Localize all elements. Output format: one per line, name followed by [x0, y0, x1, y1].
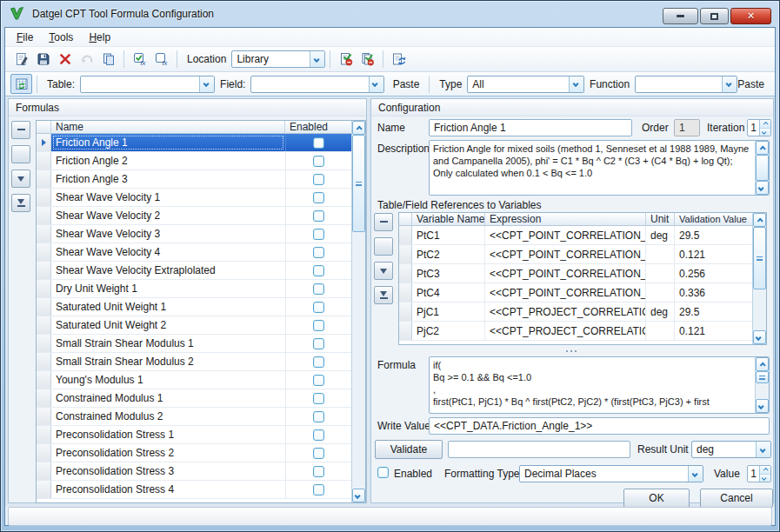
menu-help[interactable]: Help	[81, 29, 118, 46]
table-row[interactable]: Constrained Modulus 2	[37, 408, 351, 426]
formula-name[interactable]: Friction Angle 2	[51, 152, 285, 170]
close-button[interactable]: ✕	[730, 8, 771, 24]
formulas-scrollbar[interactable]	[351, 121, 365, 502]
ok-button[interactable]: OK	[623, 489, 690, 508]
table-row[interactable]: Shear Wave Velocity 1	[37, 189, 351, 207]
scroll-up-button[interactable]	[352, 121, 365, 135]
table-row[interactable]: PjC2<<CPT_PROJECT_CORRELATION_P...0.121	[399, 322, 752, 341]
table-row[interactable]: Shear Wave Velocity 2	[37, 207, 351, 225]
enabled-checkbox[interactable]	[285, 280, 351, 297]
delete-button[interactable]	[54, 50, 76, 70]
scroll-track[interactable]	[756, 371, 769, 399]
chevron-down-icon[interactable]	[756, 442, 770, 457]
table-row[interactable]: PtC2<<CPT_POINT_CORRELATION_PAR...0.121	[399, 245, 752, 264]
enabled-checkbox[interactable]	[285, 389, 351, 407]
variable-move-down-button[interactable]	[374, 262, 393, 280]
formula-name[interactable]: Young's Modulus 1	[51, 371, 285, 389]
menu-tools[interactable]: Tools	[41, 29, 81, 46]
maximize-button[interactable]	[700, 8, 729, 24]
value-spinner[interactable]: 1	[747, 465, 771, 482]
table-row[interactable]: Dry Unit Weight 1	[37, 280, 351, 298]
table-row[interactable]: Small Strain Shear Modulus 2	[37, 353, 351, 371]
table-row[interactable]: Preconsolidation Stress 2	[37, 444, 351, 462]
scroll-up-button[interactable]	[753, 213, 766, 227]
field-combo[interactable]	[250, 76, 383, 93]
enabled-checkbox[interactable]	[285, 408, 351, 425]
table-row[interactable]: Shear Wave Velocity Extraplolated	[37, 262, 351, 280]
table-row[interactable]: PjC1<<CPT_PROJECT_CORRELATION_P...deg29.…	[399, 303, 752, 322]
disable-formula-button[interactable]: fx	[150, 50, 172, 70]
formula-name[interactable]: Small Strain Shear Modulus 2	[51, 353, 285, 370]
spin-up-button[interactable]	[760, 466, 770, 474]
formula-name[interactable]: Small Strain Shear Modulus 1	[51, 335, 285, 352]
formula-name[interactable]: Preconsolidation Stress 1	[51, 426, 285, 443]
enabled-checkbox[interactable]	[377, 467, 389, 478]
variable-name-cell[interactable]: PjC2	[412, 322, 485, 340]
refresh-references-button[interactable]	[388, 50, 410, 70]
scroll-down-button[interactable]	[352, 489, 365, 502]
scroll-down-button[interactable]	[756, 181, 769, 195]
location-combo[interactable]: Library	[231, 50, 325, 68]
enabled-checkbox[interactable]	[285, 335, 351, 352]
description-scrollbar[interactable]	[755, 141, 769, 195]
validate-result-field[interactable]	[448, 441, 630, 458]
scroll-thumb[interactable]	[756, 155, 769, 181]
chevron-down-icon[interactable]	[199, 76, 214, 92]
validation-value-cell[interactable]: 0.121	[675, 322, 752, 340]
undo-button[interactable]	[76, 50, 97, 70]
spin-down-button[interactable]	[760, 128, 770, 136]
type-combo[interactable]: All	[467, 76, 584, 93]
formula-name[interactable]: Friction Angle 3	[51, 170, 285, 188]
move-to-bottom-button[interactable]	[11, 194, 30, 212]
formula-name[interactable]: Dry Unit Weight 1	[51, 280, 285, 297]
unit-cell[interactable]	[646, 264, 675, 283]
unit-cell[interactable]: deg	[646, 303, 675, 321]
enabled-checkbox[interactable]	[285, 371, 351, 389]
table-refresh-button[interactable]	[10, 74, 32, 94]
paste-function-button[interactable]: Paste	[737, 78, 764, 90]
formula-name[interactable]: Friction Angle 1	[51, 134, 285, 151]
formula-name[interactable]: Shear Wave Velocity 3	[51, 225, 285, 243]
scroll-thumb[interactable]	[753, 227, 766, 289]
validation-value-cell[interactable]: 29.5	[675, 303, 752, 321]
table-row[interactable]: Shear Wave Velocity 3	[37, 225, 351, 243]
minimize-button[interactable]	[663, 8, 698, 24]
validation-value-cell[interactable]: 29.5	[675, 226, 752, 244]
enabled-checkbox[interactable]	[285, 462, 351, 480]
expression-cell[interactable]: <<CPT_PROJECT_CORRELATION_P...	[485, 303, 646, 321]
chevron-down-icon[interactable]	[310, 51, 324, 67]
scroll-up-button[interactable]	[756, 141, 769, 155]
formula-scrollbar[interactable]	[755, 357, 769, 413]
chevron-down-icon[interactable]	[688, 466, 703, 482]
unit-cell[interactable]	[646, 245, 675, 263]
table-row[interactable]: Small Strain Shear Modulus 1	[37, 335, 351, 353]
enabled-checkbox[interactable]	[285, 262, 351, 279]
scroll-down-button[interactable]	[756, 399, 769, 413]
chevron-down-icon[interactable]	[369, 76, 383, 92]
table-row[interactable]: Constrained Modulus 1	[37, 389, 351, 408]
spin-down-button[interactable]	[760, 474, 770, 482]
write-value-to-field[interactable]: <<CPT_DATA.Friction_Angle_1>>	[429, 417, 770, 435]
enabled-checkbox[interactable]	[285, 170, 351, 188]
validate-button[interactable]: Validate	[375, 440, 443, 459]
variable-move-to-top-button[interactable]	[374, 213, 393, 231]
menu-file[interactable]: File	[9, 29, 41, 46]
validation-value-cell[interactable]: 0.121	[675, 245, 752, 263]
variable-name-cell[interactable]: PjC1	[412, 303, 485, 321]
formula-name[interactable]: Constrained Modulus 2	[51, 408, 285, 425]
title-bar[interactable]: Datgel CPT Tool Formula Configuration ✕	[1, 1, 779, 27]
scroll-track[interactable]	[756, 155, 769, 181]
enabled-checkbox[interactable]	[285, 152, 351, 170]
expression-cell[interactable]: <<CPT_POINT_CORRELATION_PAR...	[485, 264, 646, 283]
formula-name[interactable]: Preconsolidation Stress 2	[51, 444, 285, 462]
function-combo[interactable]	[635, 76, 737, 93]
name-field[interactable]: Friction Angle 1	[429, 119, 632, 136]
formula-name[interactable]: Shear Wave Velocity 2	[51, 207, 285, 224]
scroll-down-button[interactable]	[753, 330, 766, 344]
move-to-top-button[interactable]	[11, 121, 30, 139]
result-unit-combo[interactable]: deg	[691, 441, 771, 458]
enabled-checkbox[interactable]	[285, 225, 351, 243]
table-row[interactable]: PtC4<<CPT_POINT_CORRELATION_PAR...0.336	[399, 283, 752, 303]
variable-name-cell[interactable]: PtC4	[412, 283, 485, 302]
splitter-handle[interactable]	[502, 348, 641, 354]
